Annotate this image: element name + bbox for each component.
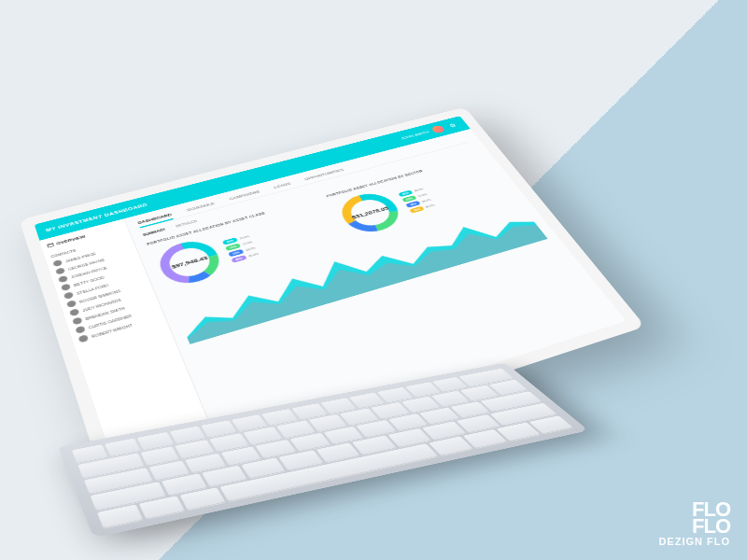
legend-value: 25.0%: [239, 234, 250, 240]
legend-value: 13.0%: [245, 245, 256, 251]
subtab-summary[interactable]: SUMMARY: [142, 228, 166, 237]
sidebar-overview-label: OVERVIEW: [56, 234, 86, 245]
legend-value: 30.0%: [425, 203, 436, 209]
legend-left: 25%25.0%17%17.0%13%13.0%45%45.0%: [222, 233, 260, 262]
legend-value: 18.0%: [420, 198, 431, 203]
legend-pill: 30%: [409, 205, 425, 213]
calendar-icon: [47, 242, 54, 247]
tab-schedule[interactable]: SCHEDULE: [186, 202, 217, 216]
watermark: FLOFLO DEZIGN FLO: [658, 501, 730, 547]
legend-value: 30.0%: [413, 188, 424, 192]
avatar[interactable]: [430, 125, 445, 134]
tab-leads[interactable]: LEADS: [273, 182, 293, 192]
contact-avatar: [78, 334, 90, 343]
legend-pill: 45%: [231, 255, 247, 263]
legend-value: 45.0%: [247, 252, 259, 258]
legend-value: 22.0%: [416, 192, 428, 197]
legend-value: 17.0%: [242, 240, 253, 245]
subtab-detailed[interactable]: DETAILED: [175, 219, 197, 229]
legend-right: 30%30.0%22%22.0%18%18.0%30%30.0%: [398, 187, 436, 213]
user-name: JOHN SMITH: [401, 131, 430, 141]
gear-icon[interactable]: ⚙: [445, 121, 460, 131]
